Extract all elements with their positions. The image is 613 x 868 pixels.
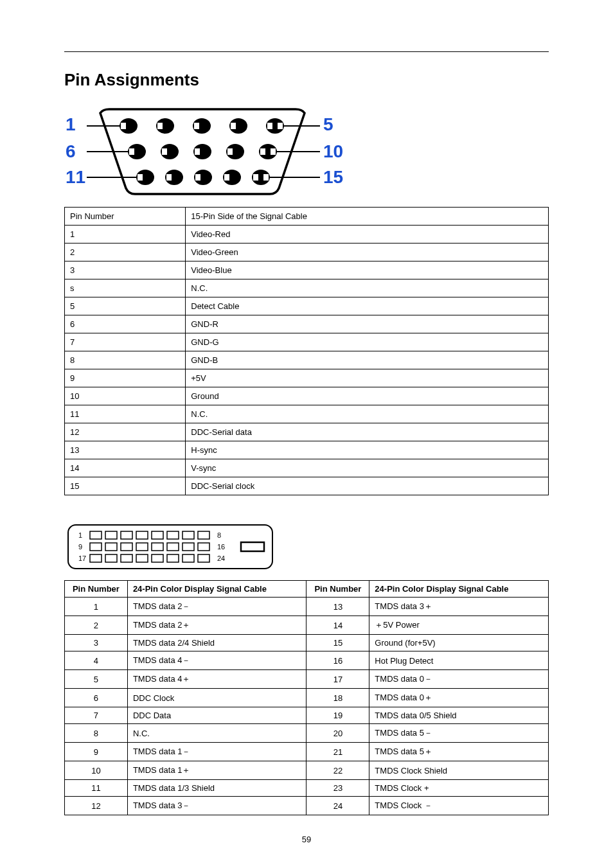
pin-desc: Video-Red (186, 226, 549, 244)
svg-rect-55 (198, 543, 209, 551)
pin-desc: ＋5V Power (369, 616, 549, 635)
table15-header-pin: Pin Number (65, 208, 186, 226)
pin-number: 24 (306, 797, 369, 815)
svg-rect-54 (182, 543, 194, 551)
pin-desc: TMDS data 3＋ (369, 598, 549, 616)
pin-number: 15 (65, 477, 186, 495)
pin-desc: TMDS data 4＋ (127, 670, 306, 689)
table-row: 3Video-Blue (65, 261, 549, 279)
table-row: 10Ground (65, 387, 549, 405)
table-row: 8GND-B (65, 351, 549, 369)
svg-rect-51 (136, 543, 148, 551)
table-row: 4TMDS data 4－16Hot Plug Detect (65, 651, 549, 670)
pin-desc: DDC Data (127, 707, 306, 724)
pin-desc: Hot Plug Detect (369, 651, 549, 670)
table-row: 12DDC-Serial data (65, 423, 549, 441)
table-row: 5TMDS data 4＋17TMDS data 0－ (65, 670, 549, 689)
pin-number: 7 (65, 707, 128, 724)
svg-rect-49 (105, 543, 117, 551)
pin-number: 15 (306, 635, 369, 651)
svg-text:16: 16 (217, 543, 225, 551)
pin-number: 1 (65, 598, 128, 616)
vga-label-5: 5 (323, 114, 333, 135)
pin-desc: TMDS data 3－ (127, 797, 306, 815)
pin-desc: Video-Blue (186, 261, 549, 279)
pin-desc: TMDS Clock + (369, 780, 549, 797)
pin-desc: TMDS Clock － (369, 797, 549, 815)
pin-desc: TMDS data 5＋ (369, 743, 549, 761)
svg-rect-41 (105, 531, 117, 539)
pin-desc: TMDS data 0＋ (369, 689, 549, 707)
pin-desc: N.C. (127, 724, 306, 743)
pin-desc: +5V (186, 369, 549, 387)
vga-connector-diagram: 1 5 6 10 11 15 (64, 102, 341, 198)
pin-number: 14 (306, 616, 369, 635)
pin-desc: TMDS data 2－ (127, 598, 306, 616)
pin-number: 5 (65, 297, 186, 315)
pin-number: 10 (65, 761, 128, 780)
svg-rect-35 (195, 174, 200, 181)
svg-rect-21 (121, 123, 126, 129)
table24-header-desc2: 24-Pin Color Display Signal Cable (369, 581, 549, 598)
pin-desc: DDC-Serial data (186, 423, 549, 441)
pin-number: 11 (65, 780, 128, 797)
pin-number: 2 (65, 244, 186, 261)
svg-text:8: 8 (217, 531, 221, 539)
svg-text:9: 9 (78, 543, 82, 551)
table24-header-pin2: Pin Number (306, 581, 369, 598)
pin-desc: Video-Green (186, 244, 549, 261)
svg-rect-29 (195, 148, 200, 155)
table-row: 10TMDS data 1＋22TMDS Clock Shield (65, 761, 549, 780)
svg-rect-44 (152, 531, 163, 539)
svg-rect-26 (278, 123, 283, 129)
pin-desc: DDC Clock (127, 689, 306, 707)
svg-text:17: 17 (78, 554, 86, 562)
pin-desc: V-sync (186, 459, 549, 477)
pin-number: 13 (306, 598, 369, 616)
table-row: 8N.C.20TMDS data 5－ (65, 724, 549, 743)
pin-desc: N.C. (186, 405, 549, 423)
pin-desc: N.C. (186, 279, 549, 297)
pin-desc: TMDS data 0/5 Shield (369, 707, 549, 724)
pin-number: 11 (65, 405, 186, 423)
table-row: 7GND-G (65, 333, 549, 351)
table-row: 6DDC Clock18TMDS data 0＋ (65, 689, 549, 707)
pin-number: 5 (65, 670, 128, 689)
pin-number: 13 (65, 441, 186, 459)
svg-rect-48 (90, 543, 102, 551)
pin-desc: TMDS data 1＋ (127, 761, 306, 780)
pin-number: 2 (65, 616, 128, 635)
pin-number: 8 (65, 351, 186, 369)
pin-number: 10 (65, 387, 186, 405)
pin-number: 19 (306, 707, 369, 724)
pin-desc: TMDS data 2＋ (127, 616, 306, 635)
table-row: 11TMDS data 1/3 Shield23TMDS Clock + (65, 780, 549, 797)
table-row: 7DDC Data19TMDS data 0/5 Shield (65, 707, 549, 724)
pin-number: 23 (306, 780, 369, 797)
svg-rect-30 (227, 148, 233, 155)
pin-number: 21 (306, 743, 369, 761)
svg-rect-27 (129, 148, 134, 155)
pin-desc: GND-B (186, 351, 549, 369)
vga-label-10: 10 (323, 141, 343, 162)
svg-rect-38 (263, 174, 269, 181)
vga-label-15: 15 (323, 167, 343, 188)
table-row: 15DDC-Serial clock (65, 477, 549, 495)
svg-rect-50 (121, 543, 132, 551)
pin-number: 9 (65, 743, 128, 761)
pin-desc: GND-G (186, 333, 549, 351)
svg-text:1: 1 (78, 531, 82, 539)
svg-rect-58 (121, 554, 132, 562)
pin-number: 3 (65, 635, 128, 651)
svg-rect-64 (241, 542, 264, 551)
svg-rect-43 (136, 531, 148, 539)
table-row: 3TMDS data 2/4 Shield15Ground (for+5V) (65, 635, 549, 651)
table-row: 2TMDS data 2＋14＋5V Power (65, 616, 549, 635)
svg-rect-24 (231, 123, 236, 129)
svg-rect-37 (253, 174, 258, 181)
svg-rect-60 (152, 554, 163, 562)
svg-rect-28 (162, 148, 167, 155)
pin-desc: Ground (186, 387, 549, 405)
svg-rect-52 (152, 543, 163, 551)
pin-desc: TMDS data 4－ (127, 651, 306, 670)
